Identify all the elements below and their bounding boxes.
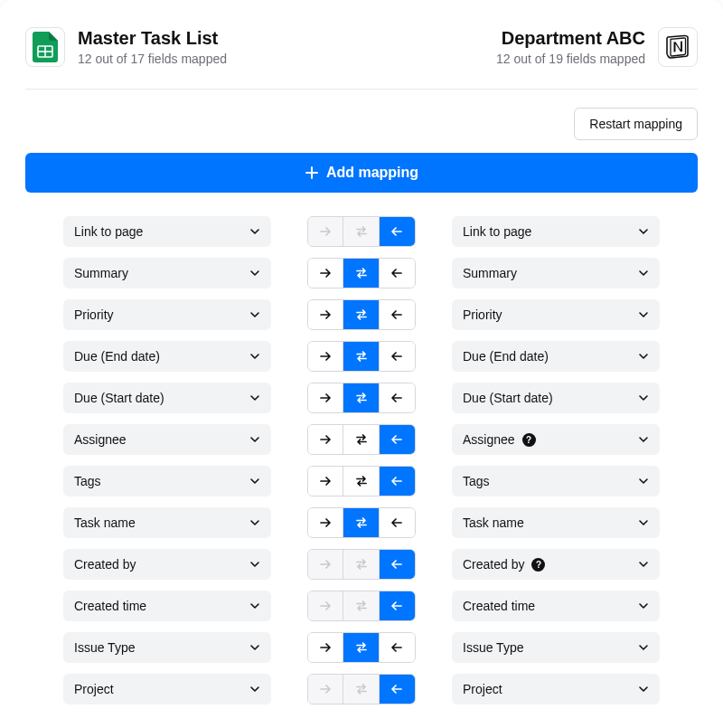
- direction-right-button[interactable]: [308, 467, 343, 496]
- direction-toggle: [307, 591, 416, 621]
- left-field-select[interactable]: Due (Start date): [63, 383, 271, 413]
- help-icon[interactable]: ?: [531, 558, 545, 572]
- plus-icon: [305, 165, 319, 180]
- direction-both-button[interactable]: [343, 508, 379, 537]
- right-field-select[interactable]: Project: [452, 674, 660, 704]
- direction-left-button[interactable]: [380, 633, 415, 662]
- direction-both-button[interactable]: [343, 342, 379, 371]
- left-field-select[interactable]: Tags: [63, 466, 271, 496]
- right-field-label: Priority: [463, 307, 502, 322]
- left-field-label: Issue Type: [74, 640, 135, 655]
- direction-left-button[interactable]: [380, 591, 415, 620]
- mapping-row: Due (End date) Due (End date): [63, 341, 660, 372]
- left-field-select[interactable]: Due (End date): [63, 341, 271, 372]
- left-field-select[interactable]: Link to page: [63, 216, 271, 247]
- direction-right-button[interactable]: [308, 508, 343, 537]
- left-field-select[interactable]: Project: [63, 674, 271, 704]
- right-field-select[interactable]: Created by?: [452, 549, 660, 580]
- left-field-select[interactable]: Assignee: [63, 424, 271, 455]
- direction-both-button[interactable]: [343, 300, 379, 329]
- mapping-row: Created by Created by?: [63, 549, 660, 580]
- direction-right-button: [308, 675, 343, 704]
- left-field-select[interactable]: Created by: [63, 549, 271, 580]
- direction-toggle: [307, 258, 416, 288]
- right-field-select[interactable]: Created time: [452, 591, 660, 621]
- direction-both-button[interactable]: [343, 259, 379, 288]
- right-field-select[interactable]: Due (End date): [452, 341, 660, 372]
- left-field-label: Priority: [74, 307, 114, 322]
- mapping-row: Issue Type Issue Type: [63, 632, 660, 663]
- right-source-title: Department ABC: [496, 28, 645, 48]
- direction-right-button[interactable]: [308, 425, 343, 454]
- direction-left-button[interactable]: [380, 259, 415, 288]
- chevron-down-icon: [249, 268, 260, 279]
- direction-left-button[interactable]: [380, 383, 415, 412]
- mapping-row: Summary Summary: [63, 258, 660, 288]
- chevron-down-icon: [638, 642, 649, 653]
- chevron-down-icon: [249, 559, 260, 570]
- left-source: Master Task List 12 out of 17 fields map…: [25, 27, 227, 67]
- right-field-select[interactable]: Due (Start date): [452, 383, 660, 413]
- direction-left-button[interactable]: [380, 342, 415, 371]
- left-field-select[interactable]: Issue Type: [63, 632, 271, 663]
- direction-both-button[interactable]: [343, 425, 379, 454]
- chevron-down-icon: [638, 600, 649, 611]
- direction-right-button[interactable]: [308, 300, 343, 329]
- left-field-select[interactable]: Priority: [63, 299, 271, 330]
- restart-mapping-button[interactable]: Restart mapping: [574, 108, 698, 140]
- chevron-down-icon: [249, 600, 260, 611]
- direction-left-button[interactable]: [380, 425, 415, 454]
- direction-right-button[interactable]: [308, 259, 343, 288]
- chevron-down-icon: [638, 309, 649, 320]
- right-field-select[interactable]: Assignee?: [452, 424, 660, 455]
- chevron-down-icon: [249, 434, 260, 445]
- direction-right-button[interactable]: [308, 633, 343, 662]
- left-field-label: Summary: [74, 266, 128, 280]
- chevron-down-icon: [249, 351, 260, 362]
- direction-toggle: [307, 424, 416, 455]
- direction-left-button[interactable]: [380, 300, 415, 329]
- right-field-select[interactable]: Link to page: [452, 216, 660, 247]
- left-field-label: Link to page: [74, 224, 143, 239]
- direction-toggle: [307, 341, 416, 372]
- right-source-sub: 12 out of 19 fields mapped: [496, 52, 645, 66]
- chevron-down-icon: [638, 392, 649, 403]
- chevron-down-icon: [249, 309, 260, 320]
- direction-both-button[interactable]: [343, 467, 379, 496]
- direction-toggle: [307, 466, 416, 496]
- direction-right-button[interactable]: [308, 342, 343, 371]
- direction-toggle: [307, 632, 416, 663]
- direction-left-button[interactable]: [380, 217, 415, 246]
- direction-toggle: [307, 674, 416, 704]
- right-source: Department ABC 12 out of 19 fields mappe…: [496, 27, 698, 67]
- chevron-down-icon: [249, 476, 260, 487]
- direction-both-button[interactable]: [343, 383, 379, 412]
- direction-left-button[interactable]: [380, 675, 415, 704]
- add-mapping-button[interactable]: Add mapping: [25, 153, 698, 193]
- left-field-select[interactable]: Task name: [63, 507, 271, 538]
- left-field-label: Created time: [74, 599, 146, 613]
- direction-right-button: [308, 217, 343, 246]
- left-source-title: Master Task List: [78, 28, 227, 48]
- left-field-select[interactable]: Created time: [63, 591, 271, 621]
- right-field-select[interactable]: Tags: [452, 466, 660, 496]
- direction-left-button[interactable]: [380, 467, 415, 496]
- right-field-select[interactable]: Issue Type: [452, 632, 660, 663]
- help-icon[interactable]: ?: [522, 433, 536, 447]
- direction-both-button[interactable]: [343, 633, 379, 662]
- direction-right-button[interactable]: [308, 383, 343, 412]
- left-field-select[interactable]: Summary: [63, 258, 271, 288]
- right-field-label: Project: [463, 682, 502, 696]
- right-field-label: Link to page: [463, 224, 531, 239]
- right-field-label: Issue Type: [463, 640, 523, 655]
- action-bar: Restart mapping: [25, 108, 698, 140]
- right-field-select[interactable]: Summary: [452, 258, 660, 288]
- direction-left-button[interactable]: [380, 550, 415, 579]
- right-field-select[interactable]: Priority: [452, 299, 660, 330]
- direction-left-button[interactable]: [380, 508, 415, 537]
- chevron-down-icon: [638, 517, 649, 528]
- mapping-row: Due (Start date) Due (Start date): [63, 383, 660, 413]
- mapping-row: Task name Task name: [63, 507, 660, 538]
- right-field-select[interactable]: Task name: [452, 507, 660, 538]
- header: Master Task List 12 out of 17 fields map…: [25, 27, 698, 90]
